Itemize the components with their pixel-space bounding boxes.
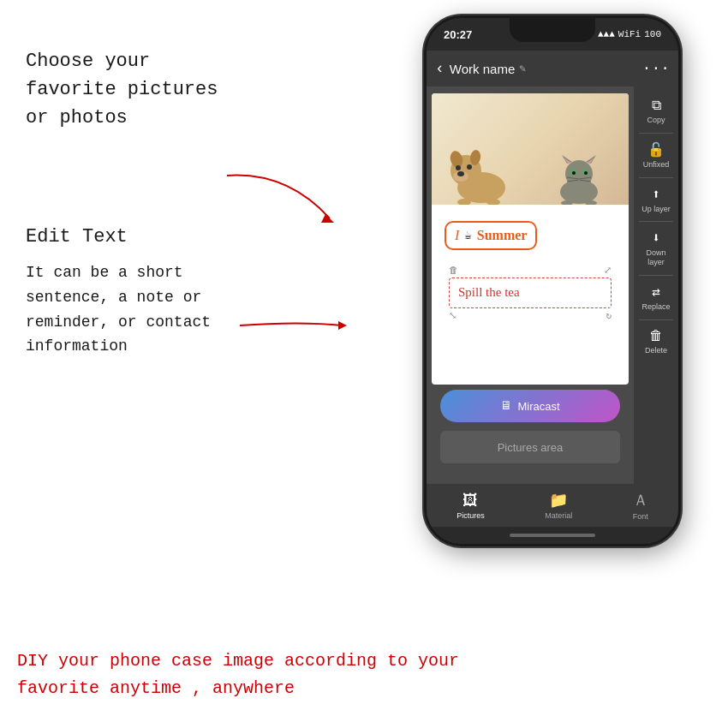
svg-point-20: [572, 171, 576, 175]
svg-point-13: [565, 160, 593, 188]
text-box-bottom-toolbar: ⤡ ↻: [449, 310, 612, 321]
cat-illustration: [552, 153, 607, 205]
edit-title: Edit Text: [26, 226, 218, 248]
arrow-font: [231, 308, 351, 343]
unfixed-tool[interactable]: 🔓 Unfixed: [634, 135, 678, 176]
speech-bubble: I ☕ Summer: [445, 221, 537, 250]
replace-icon: ⇄: [652, 283, 660, 301]
toolbar-divider-3: [639, 221, 673, 222]
summer-sticker[interactable]: I ☕ Summer: [445, 212, 616, 259]
rotate-icon[interactable]: ↻: [606, 310, 612, 321]
down-layer-icon: ⬇: [652, 230, 660, 247]
home-bar: [510, 534, 595, 537]
up-layer-icon: ⬆: [652, 186, 660, 203]
nav-font[interactable]: Ａ Font: [633, 490, 648, 521]
arrow-pictures: [218, 167, 338, 236]
bottom-line-1: DIY your phone case image according to y…: [17, 647, 711, 675]
work-name-label: Work name: [450, 62, 515, 76]
text-box-container[interactable]: 🗑 ⤢ Spill the tea ⤡ ↻: [449, 265, 612, 321]
toolbar-divider-1: [639, 133, 673, 134]
pet-photo: [432, 93, 629, 205]
phone-content: I ☕ Summer 🗑 ⤢ Spill the tea ⤡: [427, 87, 678, 484]
description-text: It can be a short sentence, a note or re…: [26, 260, 218, 359]
up-layer-tool[interactable]: ⬆ Up layer: [634, 180, 678, 220]
spill-text: Spill the tea: [458, 285, 520, 299]
svg-point-7: [457, 171, 464, 176]
canvas-area: I ☕ Summer 🗑 ⤢ Spill the tea ⤡: [427, 87, 634, 484]
miracast-button[interactable]: 🖥 Miracast: [440, 390, 620, 422]
replace-label: Replace: [641, 302, 670, 312]
phone-mockup: 20:27 ▲▲▲ WiFi 100 ‹ Work name ✎ ···: [424, 15, 681, 546]
expand-icon[interactable]: ⤢: [604, 265, 612, 276]
replace-tool[interactable]: ⇄ Replace: [634, 277, 678, 318]
time-display: 20:27: [444, 28, 472, 41]
pictures-area-label: Pictures area: [498, 441, 564, 454]
text-input-box[interactable]: Spill the tea: [449, 277, 612, 308]
battery-icon: 100: [644, 29, 661, 39]
toolbar-divider-4: [639, 275, 673, 276]
left-annotations: Choose your favorite pictures or photos …: [26, 47, 218, 359]
home-indicator: [427, 527, 678, 544]
choose-text: Choose your favorite pictures or photos: [26, 47, 218, 132]
nav-pictures[interactable]: 🖼 Pictures: [456, 492, 485, 520]
bottom-line-2: favorite anytime , anywhere: [17, 675, 711, 702]
font-nav-icon: Ａ: [633, 490, 648, 510]
bottom-annotation: DIY your phone case image according to y…: [17, 647, 711, 702]
miracast-label: Miracast: [517, 400, 559, 413]
signal-icon: ▲▲▲: [598, 29, 615, 39]
svg-marker-1: [338, 321, 347, 330]
resize-icon[interactable]: ⤡: [449, 310, 456, 321]
design-canvas[interactable]: I ☕ Summer 🗑 ⤢ Spill the tea ⤡: [432, 93, 629, 385]
status-icons: ▲▲▲ WiFi 100: [598, 29, 661, 39]
side-toolbar: ⧉ Copy 🔓 Unfixed ⬆ Up layer ⬇ Down layer…: [634, 87, 678, 484]
bottom-navigation: 🖼 Pictures 📁 Material Ａ Font: [427, 484, 678, 527]
text-box-toolbar: 🗑 ⤢: [449, 265, 612, 276]
monitor-icon: 🖥: [500, 399, 512, 413]
down-layer-tool[interactable]: ⬇ Down layer: [634, 224, 678, 273]
svg-point-21: [584, 171, 588, 175]
mug-icon: ☕: [464, 228, 471, 242]
letter-i: I: [455, 228, 459, 243]
copy-label: Copy: [647, 116, 665, 125]
pictures-nav-label: Pictures: [456, 511, 485, 520]
delete-label: Delete: [645, 346, 667, 355]
more-options-button[interactable]: ···: [642, 60, 670, 77]
up-layer-label: Up layer: [641, 205, 671, 214]
pictures-nav-icon: 🖼: [462, 492, 478, 510]
down-layer-label: Down layer: [637, 248, 675, 267]
material-nav-icon: 📁: [549, 491, 568, 510]
wifi-icon: WiFi: [618, 29, 641, 39]
summer-text: Summer: [477, 228, 528, 243]
toolbar-divider-2: [639, 177, 673, 178]
trash-icon[interactable]: 🗑: [449, 265, 458, 276]
delete-tool[interactable]: 🗑 Delete: [634, 322, 678, 361]
edit-work-name-icon[interactable]: ✎: [519, 62, 526, 75]
nav-material[interactable]: 📁 Material: [545, 491, 572, 520]
svg-point-9: [467, 164, 472, 170]
material-nav-label: Material: [545, 511, 572, 520]
copy-tool[interactable]: ⧉ Copy: [634, 92, 678, 131]
toolbar-divider-5: [639, 319, 673, 320]
phone-notch: [510, 18, 595, 42]
status-bar: 20:27 ▲▲▲ WiFi 100: [427, 18, 678, 51]
svg-point-8: [456, 165, 461, 170]
back-button[interactable]: ‹: [435, 60, 445, 77]
unfixed-icon: 🔓: [647, 141, 665, 158]
pictures-area-bar[interactable]: Pictures area: [440, 431, 620, 463]
delete-icon: 🗑: [649, 328, 663, 344]
unfixed-label: Unfixed: [643, 160, 670, 170]
copy-icon: ⧉: [652, 98, 661, 114]
app-header: ‹ Work name ✎ ···: [427, 51, 678, 87]
font-nav-label: Font: [633, 512, 648, 521]
dog-illustration: [449, 140, 517, 205]
